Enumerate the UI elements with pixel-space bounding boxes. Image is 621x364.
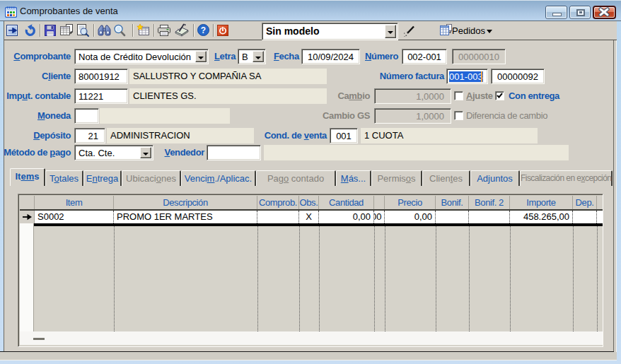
svg-text:?: ? bbox=[201, 25, 206, 35]
